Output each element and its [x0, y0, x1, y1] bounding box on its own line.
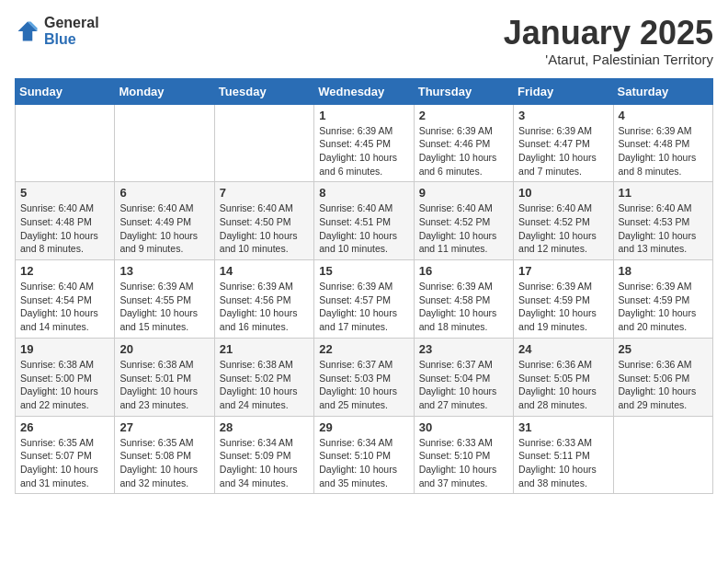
- day-info: Sunrise: 6:38 AM Sunset: 5:00 PM Dayligh…: [20, 358, 109, 412]
- day-info: Sunrise: 6:40 AM Sunset: 4:54 PM Dayligh…: [20, 280, 109, 334]
- calendar-cell: 15Sunrise: 6:39 AM Sunset: 4:57 PM Dayli…: [314, 260, 414, 339]
- day-info: Sunrise: 6:40 AM Sunset: 4:48 PM Dayligh…: [20, 201, 109, 256]
- day-info: Sunrise: 6:36 AM Sunset: 5:06 PM Dayligh…: [619, 358, 708, 412]
- calendar-title: January 2025: [504, 15, 713, 52]
- calendar-cell: 17Sunrise: 6:39 AM Sunset: 4:59 PM Dayli…: [514, 260, 613, 339]
- calendar-cell: 29Sunrise: 6:34 AM Sunset: 5:10 PM Dayli…: [314, 416, 414, 494]
- day-info: Sunrise: 6:34 AM Sunset: 5:10 PM Dayligh…: [319, 436, 408, 490]
- weekday-header: Tuesday: [214, 78, 313, 104]
- calendar-cell: 1Sunrise: 6:39 AM Sunset: 4:45 PM Daylig…: [314, 104, 414, 182]
- logo: General Blue: [15, 15, 99, 47]
- day-info: Sunrise: 6:34 AM Sunset: 5:09 PM Dayligh…: [220, 436, 309, 490]
- day-info: Sunrise: 6:39 AM Sunset: 4:46 PM Dayligh…: [419, 124, 508, 178]
- day-info: Sunrise: 6:38 AM Sunset: 5:02 PM Dayligh…: [220, 358, 309, 412]
- day-number: 8: [319, 186, 408, 200]
- day-info: Sunrise: 6:35 AM Sunset: 5:08 PM Dayligh…: [119, 436, 209, 490]
- day-number: 23: [419, 342, 508, 356]
- day-info: Sunrise: 6:37 AM Sunset: 5:03 PM Dayligh…: [319, 358, 408, 412]
- day-info: Sunrise: 6:35 AM Sunset: 5:07 PM Dayligh…: [20, 436, 109, 490]
- day-number: 22: [319, 342, 408, 356]
- day-number: 28: [220, 420, 309, 434]
- day-info: Sunrise: 6:36 AM Sunset: 5:05 PM Dayligh…: [518, 358, 608, 412]
- calendar-week-row: 12Sunrise: 6:40 AM Sunset: 4:54 PM Dayli…: [16, 260, 713, 339]
- day-number: 11: [619, 186, 708, 200]
- calendar-cell: 4Sunrise: 6:39 AM Sunset: 4:48 PM Daylig…: [613, 104, 712, 182]
- calendar-cell: 30Sunrise: 6:33 AM Sunset: 5:10 PM Dayli…: [414, 416, 513, 494]
- weekday-header: Sunday: [16, 78, 115, 104]
- calendar-cell: [115, 104, 214, 182]
- day-info: Sunrise: 6:40 AM Sunset: 4:53 PM Dayligh…: [619, 201, 708, 256]
- calendar-header-row: SundayMondayTuesdayWednesdayThursdayFrid…: [16, 78, 713, 104]
- weekday-header: Saturday: [613, 78, 712, 104]
- day-number: 6: [119, 186, 209, 200]
- logo-blue-text: Blue: [44, 31, 99, 48]
- calendar-cell: [16, 104, 115, 182]
- day-number: 15: [319, 264, 408, 278]
- day-info: Sunrise: 6:39 AM Sunset: 4:48 PM Dayligh…: [619, 124, 708, 178]
- day-number: 24: [518, 342, 608, 356]
- calendar-cell: 6Sunrise: 6:40 AM Sunset: 4:49 PM Daylig…: [115, 182, 214, 260]
- day-number: 20: [119, 342, 209, 356]
- day-info: Sunrise: 6:38 AM Sunset: 5:01 PM Dayligh…: [119, 358, 209, 412]
- day-number: 10: [518, 186, 608, 200]
- calendar-cell: [214, 104, 313, 182]
- day-number: 14: [220, 264, 309, 278]
- day-number: 9: [419, 186, 508, 200]
- day-info: Sunrise: 6:39 AM Sunset: 4:55 PM Dayligh…: [119, 280, 209, 334]
- day-number: 17: [518, 264, 608, 278]
- calendar-cell: 19Sunrise: 6:38 AM Sunset: 5:00 PM Dayli…: [16, 338, 115, 416]
- calendar-subtitle: 'Atarut, Palestinian Territory: [504, 52, 713, 67]
- day-number: 30: [419, 420, 508, 434]
- day-number: 16: [419, 264, 508, 278]
- day-number: 21: [220, 342, 309, 356]
- calendar-cell: 25Sunrise: 6:36 AM Sunset: 5:06 PM Dayli…: [613, 338, 712, 416]
- calendar-cell: 18Sunrise: 6:39 AM Sunset: 4:59 PM Dayli…: [613, 260, 712, 339]
- day-info: Sunrise: 6:39 AM Sunset: 4:47 PM Dayligh…: [518, 124, 608, 178]
- calendar-cell: 2Sunrise: 6:39 AM Sunset: 4:46 PM Daylig…: [414, 104, 513, 182]
- day-info: Sunrise: 6:39 AM Sunset: 4:45 PM Dayligh…: [319, 124, 408, 178]
- day-info: Sunrise: 6:40 AM Sunset: 4:49 PM Dayligh…: [119, 201, 209, 256]
- calendar-cell: 9Sunrise: 6:40 AM Sunset: 4:52 PM Daylig…: [414, 182, 513, 260]
- day-number: 3: [518, 109, 608, 122]
- day-number: 4: [619, 109, 708, 122]
- day-info: Sunrise: 6:39 AM Sunset: 4:58 PM Dayligh…: [419, 280, 508, 334]
- day-info: Sunrise: 6:39 AM Sunset: 4:56 PM Dayligh…: [220, 280, 309, 334]
- calendar-cell: 26Sunrise: 6:35 AM Sunset: 5:07 PM Dayli…: [16, 416, 115, 494]
- weekday-header: Monday: [115, 78, 214, 104]
- calendar-cell: 3Sunrise: 6:39 AM Sunset: 4:47 PM Daylig…: [514, 104, 613, 182]
- calendar-cell: 5Sunrise: 6:40 AM Sunset: 4:48 PM Daylig…: [16, 182, 115, 260]
- calendar-week-row: 5Sunrise: 6:40 AM Sunset: 4:48 PM Daylig…: [16, 182, 713, 260]
- calendar-body: 1Sunrise: 6:39 AM Sunset: 4:45 PM Daylig…: [16, 104, 713, 494]
- calendar-cell: 21Sunrise: 6:38 AM Sunset: 5:02 PM Dayli…: [214, 338, 313, 416]
- calendar-cell: 11Sunrise: 6:40 AM Sunset: 4:53 PM Dayli…: [613, 182, 712, 260]
- day-number: 7: [220, 186, 309, 200]
- calendar-week-row: 26Sunrise: 6:35 AM Sunset: 5:07 PM Dayli…: [16, 416, 713, 494]
- calendar-cell: 13Sunrise: 6:39 AM Sunset: 4:55 PM Dayli…: [115, 260, 214, 339]
- day-number: 26: [20, 420, 109, 434]
- calendar-table: SundayMondayTuesdayWednesdayThursdayFrid…: [15, 78, 713, 495]
- calendar-cell: 14Sunrise: 6:39 AM Sunset: 4:56 PM Dayli…: [214, 260, 313, 339]
- calendar-cell: 7Sunrise: 6:40 AM Sunset: 4:50 PM Daylig…: [214, 182, 313, 260]
- day-info: Sunrise: 6:33 AM Sunset: 5:11 PM Dayligh…: [518, 436, 608, 490]
- calendar-cell: 12Sunrise: 6:40 AM Sunset: 4:54 PM Dayli…: [16, 260, 115, 339]
- calendar-cell: 16Sunrise: 6:39 AM Sunset: 4:58 PM Dayli…: [414, 260, 513, 339]
- weekday-header: Wednesday: [314, 78, 414, 104]
- day-info: Sunrise: 6:40 AM Sunset: 4:50 PM Dayligh…: [220, 201, 309, 256]
- day-info: Sunrise: 6:39 AM Sunset: 4:59 PM Dayligh…: [619, 280, 708, 334]
- day-number: 25: [619, 342, 708, 356]
- weekday-header: Thursday: [414, 78, 513, 104]
- calendar-cell: [613, 416, 712, 494]
- day-info: Sunrise: 6:37 AM Sunset: 5:04 PM Dayligh…: [419, 358, 508, 412]
- day-number: 19: [20, 342, 109, 356]
- calendar-week-row: 1Sunrise: 6:39 AM Sunset: 4:45 PM Daylig…: [16, 104, 713, 182]
- logo-general-text: General: [44, 15, 99, 31]
- weekday-header: Friday: [514, 78, 613, 104]
- day-info: Sunrise: 6:40 AM Sunset: 4:51 PM Dayligh…: [319, 201, 408, 256]
- calendar-cell: 23Sunrise: 6:37 AM Sunset: 5:04 PM Dayli…: [414, 338, 513, 416]
- day-number: 29: [319, 420, 408, 434]
- title-area: January 2025 'Atarut, Palestinian Territ…: [504, 15, 713, 67]
- day-info: Sunrise: 6:39 AM Sunset: 4:59 PM Dayligh…: [518, 280, 608, 334]
- calendar-cell: 8Sunrise: 6:40 AM Sunset: 4:51 PM Daylig…: [314, 182, 414, 260]
- day-info: Sunrise: 6:40 AM Sunset: 4:52 PM Dayligh…: [419, 201, 508, 256]
- calendar-cell: 10Sunrise: 6:40 AM Sunset: 4:52 PM Dayli…: [514, 182, 613, 260]
